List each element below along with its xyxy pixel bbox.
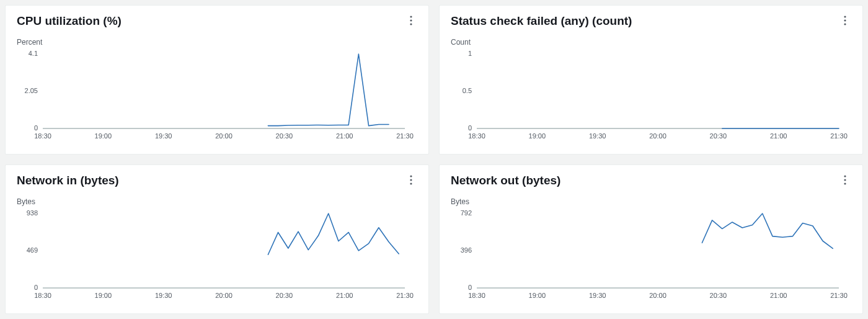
y-tick-label: 4.1 [29, 50, 38, 57]
x-tick-label: 20:00 [649, 132, 666, 140]
svg-point-4 [844, 19, 846, 21]
cpu-chart: 02.054.118:3019:0019:3020:0020:3021:0021… [17, 49, 417, 142]
status-chart: 00.5118:3019:0019:3020:0020:3021:0021:30 [451, 49, 851, 142]
y-tick-label: 0 [34, 124, 38, 132]
y-tick-label: 2.05 [25, 87, 38, 94]
network-out-chart: 039679218:3019:0019:3020:0020:3021:0021:… [451, 209, 851, 302]
x-tick-label: 21:00 [336, 132, 353, 140]
y-tick-label: 469 [27, 246, 38, 254]
svg-point-7 [410, 179, 412, 181]
panel-network-in: Network in (bytes) Bytes 046993818:3019:… [5, 164, 429, 314]
y-axis-label: Count [451, 38, 851, 47]
y-tick-label: 1 [468, 50, 472, 57]
kebab-icon [410, 16, 412, 25]
data-series-line [268, 213, 399, 254]
x-tick-label: 19:30 [155, 292, 172, 299]
y-tick-label: 0 [468, 124, 472, 132]
metrics-dashboard: CPU utilization (%) Percent 02.054.118:3… [0, 0, 868, 319]
y-tick-label: 0.5 [463, 87, 472, 94]
panel-title: CPU utilization (%) [17, 14, 122, 28]
y-axis-label: Percent [17, 38, 417, 47]
x-tick-label: 21:00 [770, 132, 787, 140]
svg-point-5 [844, 23, 846, 25]
kebab-icon [410, 175, 412, 185]
x-tick-label: 20:30 [710, 292, 727, 299]
panel-title: Network out (bytes) [451, 174, 560, 187]
x-tick-label: 19:00 [95, 132, 112, 140]
x-tick-label: 19:00 [529, 292, 546, 299]
x-tick-label: 19:00 [529, 132, 546, 140]
y-axis-label: Bytes [17, 197, 417, 206]
x-tick-label: 18:30 [34, 132, 51, 140]
svg-point-11 [844, 182, 846, 184]
data-series-line [702, 213, 833, 248]
panel-status-check-failed: Status check failed (any) (count) Count … [439, 5, 863, 155]
x-tick-label: 21:30 [830, 132, 848, 140]
x-tick-label: 18:30 [468, 132, 485, 140]
svg-point-10 [844, 179, 846, 181]
y-axis-label: Bytes [451, 197, 851, 206]
svg-point-2 [410, 23, 412, 25]
panel-cpu-utilization: CPU utilization (%) Percent 02.054.118:3… [5, 5, 429, 155]
x-tick-label: 19:30 [589, 132, 606, 140]
x-tick-label: 19:30 [589, 292, 606, 299]
panel-title: Status check failed (any) (count) [451, 14, 632, 28]
svg-point-0 [410, 16, 412, 17]
panel-network-out: Network out (bytes) Bytes 039679218:3019… [439, 164, 863, 314]
y-tick-label: 938 [27, 209, 38, 217]
chart-menu-button[interactable] [839, 14, 851, 27]
x-tick-label: 20:30 [276, 132, 293, 140]
svg-point-3 [844, 16, 846, 17]
x-tick-label: 20:30 [276, 292, 293, 299]
y-tick-label: 396 [461, 246, 472, 254]
x-tick-label: 21:30 [396, 292, 414, 299]
x-tick-label: 18:30 [468, 292, 485, 299]
x-tick-label: 20:00 [215, 292, 232, 299]
svg-point-8 [410, 182, 412, 184]
svg-point-1 [410, 19, 412, 21]
y-tick-label: 792 [461, 209, 472, 217]
data-series-line [268, 54, 389, 126]
x-tick-label: 19:00 [95, 292, 112, 299]
y-tick-label: 0 [34, 284, 38, 291]
network-in-chart: 046993818:3019:0019:3020:0020:3021:0021:… [17, 209, 417, 302]
kebab-icon [844, 175, 846, 185]
x-tick-label: 21:00 [770, 292, 787, 299]
x-tick-label: 21:30 [396, 132, 414, 140]
chart-menu-button[interactable] [839, 174, 851, 186]
kebab-icon [844, 16, 846, 25]
x-tick-label: 21:00 [336, 292, 353, 299]
x-tick-label: 21:30 [830, 292, 848, 299]
x-tick-label: 19:30 [155, 132, 172, 140]
x-tick-label: 20:00 [649, 292, 666, 299]
y-tick-label: 0 [468, 284, 472, 291]
chart-menu-button[interactable] [405, 14, 417, 27]
x-tick-label: 18:30 [34, 292, 51, 299]
svg-point-9 [844, 175, 846, 177]
chart-menu-button[interactable] [405, 174, 417, 186]
x-tick-label: 20:30 [710, 132, 727, 140]
svg-point-6 [410, 175, 412, 177]
x-tick-label: 20:00 [215, 132, 232, 140]
panel-title: Network in (bytes) [17, 174, 119, 187]
